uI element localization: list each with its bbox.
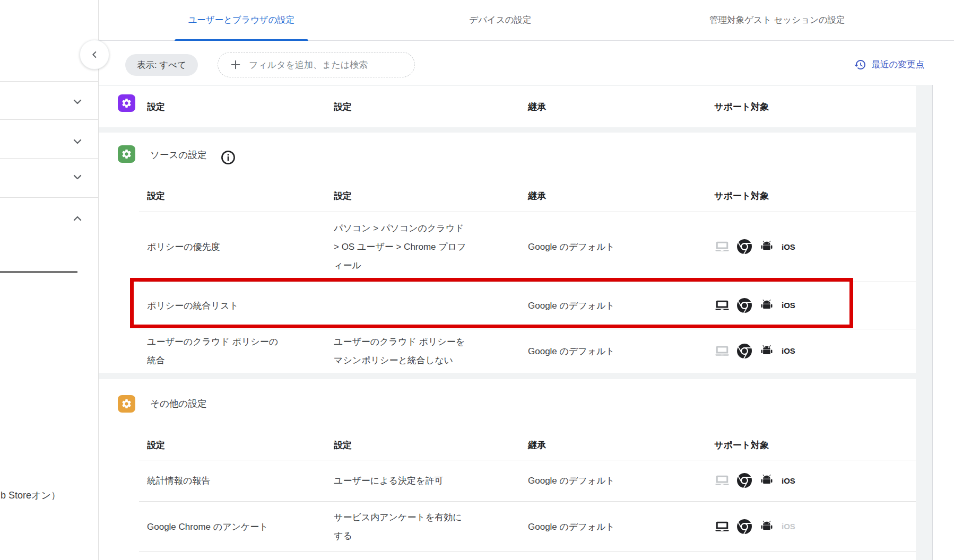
table-row-chrome-surveys[interactable]: Google Chrome のアンケート サービス内アンケートを有効にする Go…	[99, 501, 916, 552]
ios-icon: iOS	[782, 522, 795, 530]
sidebar-cropped-text: b Storeオン）	[1, 489, 60, 502]
ios-icon: iOS	[782, 243, 795, 251]
section-title: その他の設定	[150, 397, 206, 410]
history-icon	[854, 58, 866, 71]
android-icon	[759, 343, 775, 359]
chrome-icon	[737, 344, 752, 358]
inheritance-value: Google のデフォルト	[528, 471, 687, 490]
android-icon	[759, 239, 775, 255]
sidebar: b Storeオン）	[0, 0, 99, 560]
sidebar-section-collapsed-2[interactable]	[0, 120, 98, 157]
table-row-policy-merge-list[interactable]: ポリシーの統合リスト Google のデフォルト iOS	[99, 282, 916, 329]
table-row-policy-precedence[interactable]: ポリシーの優先度 パソコン > パソコンのクラウド > OS ユーザー > Ch…	[99, 212, 916, 282]
other-settings-card: その他の設定 設定 設定 継承 サポート対象 統計情報の報告 ユーザーによる決定…	[99, 379, 916, 560]
column-header-setting: 設定	[147, 101, 165, 113]
chevron-left-icon	[89, 49, 100, 60]
chrome-icon	[737, 239, 752, 254]
view-filter-chip[interactable]: 表示: すべて	[125, 54, 198, 76]
setting-value: パソコン > パソコンのクラウド > OS ユーザー > Chrome プロフィ…	[334, 219, 470, 275]
android-icon	[759, 472, 775, 488]
chevron-down-icon[interactable]	[71, 135, 84, 148]
recent-changes-label: 最近の変更点	[872, 59, 924, 71]
laptop-icon	[714, 343, 730, 359]
column-header-inheritance: 継承	[528, 439, 546, 451]
chrome-icon	[737, 519, 752, 534]
column-header-setting: 設定	[147, 190, 165, 202]
gear-icon	[118, 94, 135, 112]
inheritance-value: Google のデフォルト	[528, 517, 687, 536]
table-row-metrics-reporting[interactable]: 統計情報の報告 ユーザーによる決定を許可 Google のデフォルト iOS	[99, 460, 916, 501]
gear-icon	[118, 395, 135, 413]
row-divider	[139, 552, 916, 552]
chevron-up-icon[interactable]	[71, 212, 84, 225]
info-icon[interactable]	[220, 150, 236, 165]
setting-name: Google Chrome のアンケート	[147, 517, 280, 536]
supported-platforms: iOS	[714, 519, 795, 535]
column-header-inheritance: 継承	[528, 101, 546, 113]
sidebar-section-expanded[interactable]	[0, 198, 98, 235]
laptop-icon	[714, 472, 730, 488]
column-header-supported: サポート対象	[714, 101, 769, 113]
chevron-down-icon[interactable]	[71, 171, 84, 183]
collapse-sidebar-button[interactable]	[80, 40, 109, 69]
table-row-user-cloud-policy-merge[interactable]: ユーザーのクラウド ポリシーの統合 ユーザーのクラウド ポリシーをマシンポリシー…	[99, 329, 916, 373]
column-header-setting-value: 設定	[334, 101, 352, 113]
supported-platforms: iOS	[714, 298, 795, 313]
recent-changes-link[interactable]: 最近の変更点	[854, 54, 924, 75]
add-filter-placeholder: フィルタを追加、または検索	[249, 59, 368, 71]
plus-icon	[230, 59, 241, 71]
setting-name: ユーザーのクラウド ポリシーの統合	[147, 332, 280, 370]
column-header-supported: サポート対象	[714, 439, 769, 451]
ios-icon: iOS	[782, 347, 795, 355]
column-header-setting-value: 設定	[334, 439, 352, 451]
inheritance-value: Google のデフォルト	[528, 296, 687, 314]
ios-icon: iOS	[782, 301, 795, 309]
supported-platforms: iOS	[714, 472, 795, 488]
supported-platforms: iOS	[714, 239, 795, 255]
setting-name: 統計情報の報告	[147, 471, 280, 490]
setting-value: ユーザーによる決定を許可	[334, 471, 470, 490]
tab-managed-guest-session-settings[interactable]: 管理対象ゲスト セッションの設定	[689, 0, 865, 40]
column-header-supported: サポート対象	[714, 190, 769, 202]
add-filter-input[interactable]: フィルタを追加、または検索	[218, 52, 415, 77]
android-icon	[759, 519, 775, 535]
chrome-icon	[737, 473, 752, 488]
tab-user-browser-settings[interactable]: ユーザーとブラウザの設定	[175, 0, 308, 40]
filter-bar: 表示: すべて フィルタを追加、または検索 最近の変更点	[99, 41, 954, 85]
sidebar-section-collapsed-1[interactable]	[0, 82, 98, 119]
column-header-setting: 設定	[147, 439, 165, 451]
column-header-inheritance: 継承	[528, 190, 546, 202]
section-title: ソースの設定	[150, 148, 206, 161]
supported-platforms: iOS	[714, 343, 795, 359]
sidebar-section-collapsed-3[interactable]	[0, 159, 98, 196]
inheritance-value: Google のデフォルト	[528, 238, 687, 256]
column-header-setting-value: 設定	[334, 190, 352, 202]
laptop-icon	[714, 239, 730, 255]
source-settings-card: ソースの設定 設定 設定 継承 サポート対象 ポリシーの優先度 パソコン > パ…	[99, 133, 916, 373]
laptop-icon	[714, 298, 730, 313]
sidebar-selected-indicator	[0, 271, 77, 273]
laptop-icon	[714, 519, 730, 535]
global-header-card: 設定 設定 継承 サポート対象	[99, 86, 916, 127]
android-icon	[759, 298, 775, 313]
setting-value: ユーザーのクラウド ポリシーをマシンポリシーと統合しない	[334, 332, 470, 370]
ios-icon: iOS	[782, 477, 795, 485]
tab-device-settings[interactable]: デバイスの設定	[461, 0, 540, 40]
chrome-icon	[737, 298, 752, 313]
setting-name: ポリシーの優先度	[147, 238, 280, 256]
gear-icon	[118, 145, 135, 163]
inheritance-value: Google のデフォルト	[528, 342, 687, 360]
chrome-admin-settings-screen: b Storeオン） ユーザーとブラウザの設定 デバイスの設定 管理対象ゲスト …	[0, 0, 954, 560]
chevron-down-icon[interactable]	[71, 95, 84, 108]
setting-name: ポリシーの統合リスト	[147, 296, 280, 314]
settings-tab-bar: ユーザーとブラウザの設定 デバイスの設定 管理対象ゲスト セッションの設定	[99, 0, 954, 41]
setting-value: サービス内アンケートを有効にする	[334, 508, 470, 545]
